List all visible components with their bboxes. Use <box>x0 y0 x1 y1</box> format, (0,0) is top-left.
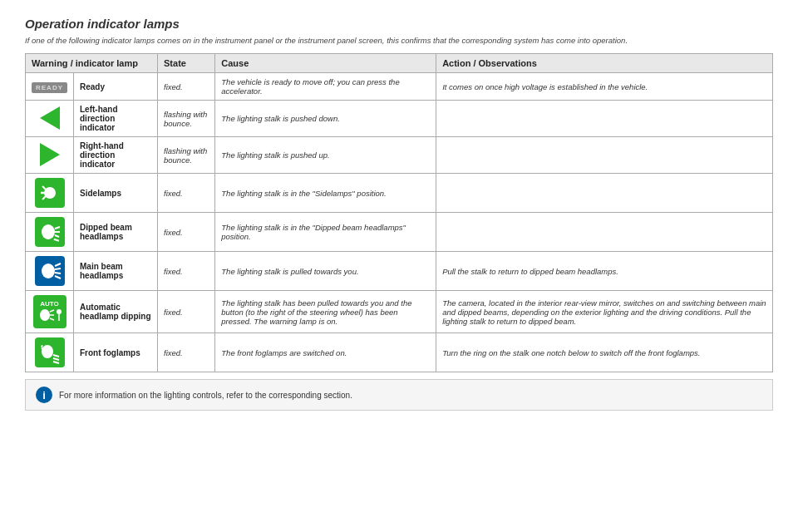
svg-line-2 <box>42 186 46 190</box>
cause-cell: The front foglamps are switched on. <box>215 333 436 372</box>
action-cell: Pull the stalk to return to dipped beam … <box>436 252 773 291</box>
cause-cell: The lighting stalk has been pulled towar… <box>215 291 436 333</box>
action-cell <box>436 213 773 252</box>
action-cell: Turn the ring on the stalk one notch bel… <box>436 333 773 372</box>
svg-line-13 <box>55 276 61 278</box>
action-cell: It comes on once high voltage is establi… <box>436 73 773 101</box>
svg-line-5 <box>55 227 60 229</box>
icon-cell <box>26 174 74 213</box>
lamp-name-cell: Dipped beam headlamps <box>74 213 158 252</box>
state-cell: flashing with bounce. <box>158 137 215 174</box>
svg-point-18 <box>57 309 62 314</box>
action-cell <box>436 101 773 137</box>
col-header-state: State <box>158 54 215 73</box>
front-foglamps-icon: f <box>35 337 65 367</box>
cause-cell: The lighting stalk is pushed down. <box>215 101 436 137</box>
indicator-lamps-table: Warning / indicator lamp State Cause Act… <box>25 53 773 372</box>
svg-line-23 <box>53 362 59 363</box>
lamp-name-cell: Main beam headlamps <box>74 252 158 291</box>
svg-line-11 <box>55 268 61 269</box>
col-header-icon: Warning / indicator lamp <box>26 54 158 73</box>
table-row: Main beam headlampsfixed.The lighting st… <box>26 252 773 291</box>
svg-line-21 <box>53 355 59 357</box>
action-cell <box>436 174 773 213</box>
page-title: Operation indicator lamps <box>25 17 773 31</box>
action-cell: The camera, located in the interior rear… <box>436 291 773 333</box>
icon-cell: AUTO <box>26 291 74 333</box>
state-cell: fixed. <box>158 73 215 101</box>
svg-line-10 <box>55 264 61 266</box>
info-bar: i For more information on the lighting c… <box>25 379 773 411</box>
lamp-name-cell: Automatic headlamp dipping <box>74 291 158 333</box>
state-cell: fixed. <box>158 291 215 333</box>
info-icon: i <box>36 387 52 403</box>
icon-cell <box>26 213 74 252</box>
table-row: AUTOAutomatic headlamp dippingfixed.The … <box>26 291 773 333</box>
svg-line-22 <box>53 358 59 360</box>
svg-line-7 <box>55 235 59 237</box>
icon-cell <box>26 252 74 291</box>
table-row: fFront foglampsfixed.The front foglamps … <box>26 333 773 372</box>
svg-line-3 <box>42 196 46 200</box>
table-row: Right-hand direction indicatorflashing w… <box>26 137 773 174</box>
lamp-name-cell: Right-hand direction indicator <box>74 137 158 174</box>
icon-cell: f <box>26 333 74 372</box>
state-cell: fixed. <box>158 213 215 252</box>
col-header-action: Action / Observations <box>436 54 773 73</box>
lamp-name-cell: Ready <box>74 73 158 101</box>
svg-line-8 <box>53 238 58 242</box>
auto-headlamp-icon: AUTO <box>33 295 66 328</box>
svg-point-20 <box>42 345 53 358</box>
icon-cell <box>26 101 74 137</box>
icon-cell <box>26 137 74 174</box>
left-arrow-icon <box>40 106 60 130</box>
icon-cell: READY <box>26 73 74 101</box>
svg-line-15 <box>50 310 54 312</box>
info-bar-text: For more information on the lighting con… <box>59 391 352 400</box>
svg-text:f: f <box>41 343 43 351</box>
right-arrow-icon <box>40 143 60 166</box>
state-cell: fixed. <box>158 174 215 213</box>
svg-line-17 <box>50 318 54 320</box>
dipped-beam-icon <box>35 217 65 247</box>
cause-cell: The lighting stalk is pushed up. <box>215 137 436 174</box>
intro-text: If one of the following indicator lamps … <box>25 36 773 45</box>
cause-cell: The vehicle is ready to move off; you ca… <box>215 73 436 101</box>
action-cell <box>436 137 773 174</box>
svg-point-4 <box>42 224 55 239</box>
lamp-name-cell: Left-hand direction indicator <box>74 101 158 137</box>
table-row: READYReadyfixed.The vehicle is ready to … <box>26 73 773 101</box>
lamp-name-cell: Sidelamps <box>74 174 158 213</box>
cause-cell: The lighting stalk is pulled towards you… <box>215 252 436 291</box>
lamp-name-cell: Front foglamps <box>74 333 158 372</box>
cause-cell: The lighting stalk is in the "Dipped bea… <box>215 213 436 252</box>
state-cell: fixed. <box>158 252 215 291</box>
svg-line-12 <box>55 273 61 273</box>
svg-point-14 <box>40 309 50 321</box>
state-cell: fixed. <box>158 333 215 372</box>
sidelamps-icon <box>35 178 65 208</box>
table-row: Left-hand direction indicatorflashing wi… <box>26 101 773 137</box>
table-row: Dipped beam headlampsfixed.The lighting … <box>26 213 773 252</box>
main-beam-icon <box>35 256 65 286</box>
svg-point-9 <box>42 264 55 278</box>
state-cell: flashing with bounce. <box>158 101 215 137</box>
col-header-cause: Cause <box>215 54 436 73</box>
cause-cell: The lighting stalk is in the "Sidelamps"… <box>215 174 436 213</box>
ready-icon: READY <box>32 82 67 93</box>
table-row: Sidelampsfixed.The lighting stalk is in … <box>26 174 773 213</box>
